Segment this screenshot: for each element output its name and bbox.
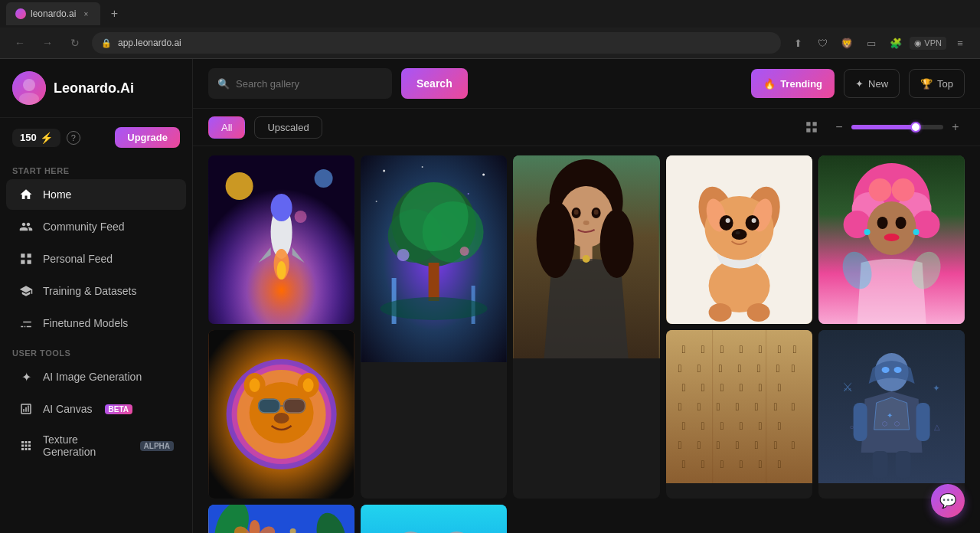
shield-btn[interactable]: 🛡 — [812, 32, 833, 54]
remix-btn-1[interactable]: ⚙ — [273, 162, 296, 185]
top-bar: 🔍 Search 🔥 Trending ✦ New 🏆 Top — [193, 59, 980, 109]
top-label: Top — [937, 78, 953, 90]
image-card-7[interactable]: 𓀀𓀁𓀂𓀃𓀄𓀅𓀆 𓁀𓁁𓁂𓁃𓁄𓁅𓁆 𓂀𓂁𓂂𓂃𓂄𓂅 𓃀𓃁𓃂𓃃𓃄𓃅𓃆 𓄀𓄁𓄂𓄃𓄄 — [666, 330, 812, 499]
image-card-6[interactable]: ⚙ ✎ ⤢ — [208, 330, 354, 499]
sidebar-item-community-feed[interactable]: Community Feed — [6, 211, 186, 242]
edit-btn-8[interactable]: ✎ — [910, 336, 933, 359]
filter-upscaled-tab[interactable]: Upscaled — [254, 116, 322, 139]
user-avatar[interactable] — [12, 71, 46, 105]
image-card-1[interactable]: ⚙ ✎ ⤢ — [208, 155, 354, 324]
card-9-actions: ⚙ ⤢ — [299, 511, 348, 533]
sidebar-item-ai-image[interactable]: ✦ AI Image Generation — [6, 361, 186, 392]
expand-btn-5[interactable]: ⤢ — [936, 162, 959, 185]
remix-btn-2[interactable]: ⚙ — [426, 162, 449, 185]
credits-row: 150 ⚡ ? Upgrade — [0, 118, 192, 157]
remix-btn-9[interactable]: ⚙ — [299, 511, 322, 533]
brave-btn[interactable]: 🦁 — [836, 32, 858, 54]
sidebar-item-texture[interactable]: Texture Generation ALPHA — [6, 426, 186, 466]
new-button[interactable]: ✦ New — [844, 69, 900, 98]
image-card-9[interactable]: ⚙ ⤢ — [208, 505, 354, 533]
home-label: Home — [43, 188, 71, 201]
sidebar-item-finetuned[interactable]: Finetuned Models — [6, 308, 186, 338]
browser-tab[interactable]: leonardo.ai × — [6, 2, 100, 25]
edit-btn-4[interactable]: ✎ — [757, 162, 780, 185]
card-2-actions: ⚙ ✎ ⤢ — [426, 162, 501, 185]
expand-btn-9[interactable]: ⤢ — [325, 511, 348, 533]
slider-track[interactable] — [851, 125, 943, 129]
upgrade-button[interactable]: Upgrade — [115, 127, 180, 148]
forward-btn[interactable]: → — [37, 32, 58, 54]
image-card-4[interactable]: ⚙ ✎ ⤢ — [666, 155, 812, 324]
edit-btn-10[interactable]: ✎ — [478, 511, 501, 533]
image-card-10[interactable]: ⚙ ✎ — [361, 505, 507, 533]
expand-btn-7[interactable]: ⤢ — [783, 336, 806, 359]
new-tab-btn[interactable]: + — [103, 3, 125, 25]
expand-btn-2[interactable]: ⤢ — [478, 162, 501, 185]
grid-view-icon[interactable] — [799, 115, 824, 139]
remix-btn-10[interactable]: ⚙ — [452, 511, 475, 533]
edit-btn-3[interactable]: ✎ — [605, 162, 628, 185]
remix-btn-8[interactable]: ⚙ — [884, 336, 906, 359]
remix-btn-5[interactable]: ⚙ — [884, 162, 906, 185]
sidebar-item-home[interactable]: Home — [6, 179, 186, 210]
search-icon: 🔍 — [217, 78, 230, 90]
fire-icon: 🔥 — [763, 78, 776, 90]
community-icon — [18, 219, 34, 234]
credits-value: 150 — [20, 132, 37, 143]
expand-btn-8[interactable]: ⤢ — [936, 336, 959, 359]
help-icon[interactable]: ? — [67, 131, 80, 145]
address-bar[interactable]: 🔒 app.leonardo.ai — [92, 32, 781, 54]
edit-btn-6[interactable]: ✎ — [299, 336, 322, 359]
personal-feed-icon — [18, 251, 34, 266]
filter-all-tab[interactable]: All — [208, 116, 245, 139]
image-card-3[interactable]: ⚙ ✎ ⤢ — [513, 155, 659, 499]
image-card-5[interactable]: ⚙ ✎ ⤢ — [818, 155, 965, 324]
svg-point-2 — [19, 93, 39, 105]
remix-btn-7[interactable]: ⚙ — [757, 336, 780, 359]
sidebar-item-ai-canvas[interactable]: AI Canvas BETA — [6, 394, 186, 424]
remix-btn-3[interactable]: ⚙ — [579, 162, 602, 185]
masonry-grid: ⚙ ✎ ⤢ — [208, 155, 965, 533]
vpn-badge[interactable]: ◉ VPN — [910, 37, 946, 50]
chat-bubble[interactable]: 💬 — [931, 484, 965, 518]
expand-btn-6[interactable]: ⤢ — [325, 336, 348, 359]
remix-btn-4[interactable]: ⚙ — [731, 162, 754, 185]
remix-btn-6[interactable]: ⚙ — [273, 336, 296, 359]
share-btn[interactable]: ⬆ — [787, 32, 808, 54]
menu-btn[interactable]: ≡ — [949, 32, 971, 54]
texture-icon — [18, 438, 34, 453]
main-content: 🔍 Search 🔥 Trending ✦ New 🏆 Top All Upsc… — [193, 59, 980, 533]
finetuned-label: Finetuned Models — [43, 317, 128, 329]
expand-btn-1[interactable]: ⤢ — [325, 162, 348, 185]
reload-btn[interactable]: ↻ — [64, 32, 86, 54]
browser-nav-actions: ⬆ 🛡 🦁 ▭ 🧩 ◉ VPN ≡ — [787, 32, 971, 54]
avatar-image — [12, 71, 46, 105]
back-btn[interactable]: ← — [9, 32, 31, 54]
sidebar-item-training[interactable]: Training & Datasets — [6, 276, 186, 306]
search-input[interactable] — [236, 78, 383, 90]
image-card-8[interactable]: ✦ ⬡ ⬡ ⚔ ✦ ○ △ — [818, 330, 965, 499]
zoom-plus-btn[interactable]: + — [946, 118, 965, 136]
home-icon — [18, 187, 34, 202]
zoom-minus-btn[interactable]: − — [830, 118, 848, 136]
texture-badge: ALPHA — [140, 441, 174, 451]
edit-btn-1[interactable]: ✎ — [299, 162, 322, 185]
slider-thumb[interactable] — [910, 122, 921, 132]
tab-close-btn[interactable]: × — [80, 8, 91, 19]
extensions-btn[interactable]: 🧩 — [885, 32, 906, 54]
search-container: 🔍 — [208, 68, 392, 99]
address-text: app.leonardo.ai — [118, 38, 181, 48]
reader-btn[interactable]: ▭ — [861, 32, 882, 54]
search-button[interactable]: Search — [401, 68, 468, 99]
edit-btn-5[interactable]: ✎ — [910, 162, 933, 185]
expand-btn-3[interactable]: ⤢ — [631, 162, 654, 185]
training-label: Training & Datasets — [43, 285, 136, 297]
edit-btn-2[interactable]: ✎ — [452, 162, 475, 185]
image-card-2[interactable]: ⚙ ✎ ⤢ — [361, 155, 507, 499]
trending-button[interactable]: 🔥 Trending — [751, 69, 835, 98]
top-button[interactable]: 🏆 Top — [909, 69, 965, 98]
sidebar-item-personal-feed[interactable]: Personal Feed — [6, 244, 186, 274]
ai-image-label: AI Image Generation — [43, 371, 142, 383]
trophy-icon: 🏆 — [920, 78, 933, 90]
expand-btn-4[interactable]: ⤢ — [783, 162, 806, 185]
